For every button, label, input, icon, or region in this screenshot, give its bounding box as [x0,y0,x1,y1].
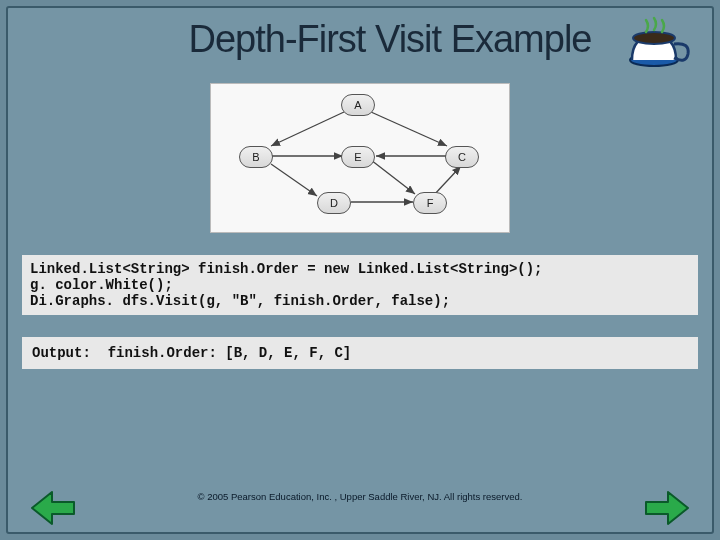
graph-node-c: C [445,146,479,168]
output-label: Output: [32,345,91,361]
next-slide-button[interactable] [644,490,690,526]
slide-frame: Depth-First Visit Example [6,6,714,534]
code-line-1: Linked.List<String> finish.Order = new L… [30,261,542,277]
svg-line-6 [371,160,415,194]
svg-point-1 [633,32,675,44]
svg-line-5 [271,164,317,196]
code-block: Linked.List<String> finish.Order = new L… [22,255,698,315]
code-line-2: g. color.White(); [30,277,173,293]
code-line-3: Di.Graphs. dfs.Visit(g, "B", finish.Orde… [30,293,450,309]
svg-line-3 [371,112,447,146]
output-block: Output: finish.Order: [B, D, E, F, C] [22,337,698,369]
graph-node-d: D [317,192,351,214]
graph-node-b: B [239,146,273,168]
copyright-text: © 2005 Pearson Education, Inc. , Upper S… [8,491,712,502]
svg-line-2 [271,112,344,146]
coffee-cup-icon [624,16,694,74]
graph-diagram: A B E C D F [210,83,510,233]
prev-slide-button[interactable] [30,490,76,526]
graph-node-a: A [341,94,375,116]
graph-node-e: E [341,146,375,168]
graph-node-f: F [413,192,447,214]
output-text: finish.Order: [B, D, E, F, C] [108,345,352,361]
slide-title: Depth-First Visit Example [8,8,712,65]
